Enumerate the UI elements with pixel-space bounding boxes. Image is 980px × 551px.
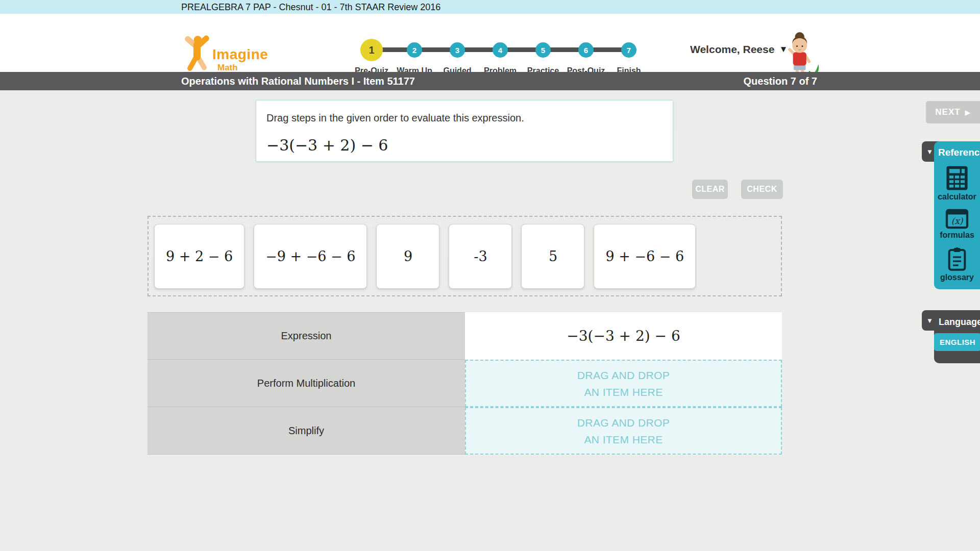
english-language-button[interactable]: ENGLISH xyxy=(934,333,980,351)
reference-item-label: glossary xyxy=(940,273,974,282)
formulas-icon: (x) xyxy=(945,209,969,229)
check-button[interactable]: CHECK xyxy=(741,180,783,199)
drag-tile[interactable]: 5 xyxy=(521,224,584,289)
reference-item-label: formulas xyxy=(940,231,974,240)
play-arrow-icon: ▶ xyxy=(965,109,971,116)
step-circle: 2 xyxy=(407,42,422,58)
drag-tile[interactable]: -3 xyxy=(449,224,512,289)
step-pre-quiz: 1 Pre-Quiz xyxy=(350,34,393,61)
row-label: Expression xyxy=(148,312,465,360)
drag-tile[interactable]: −9 + −6 − 6 xyxy=(254,224,367,289)
step-circle: 5 xyxy=(535,42,551,58)
problem-expression: −3(−3 + 2) − 6 xyxy=(266,136,663,154)
step-problem-solving: 4 Problem Solving xyxy=(479,34,522,61)
step-circle: 3 xyxy=(450,42,465,58)
dropzone-perform-multiplication[interactable]: DRAG AND DROP AN ITEM HERE xyxy=(465,360,782,407)
drag-tile[interactable]: 9 + 2 − 6 xyxy=(154,224,244,289)
next-button[interactable]: NEXT ▶ xyxy=(926,101,980,123)
lesson-title: Operations with Rational Numbers I - Ite… xyxy=(181,76,415,87)
table-row-multiplication: Perform Multiplication DRAG AND DROP AN … xyxy=(148,360,782,407)
calculator-icon xyxy=(946,165,968,191)
main-content: Drag steps in the given order to evaluat… xyxy=(0,90,980,551)
clear-button[interactable]: CLEAR xyxy=(692,180,728,199)
reference-item-formulas[interactable]: (x) formulas xyxy=(934,209,980,240)
chevron-down-icon: ▼ xyxy=(926,148,933,156)
reference-item-calculator[interactable]: calculator xyxy=(934,165,980,202)
step-post-quiz: 6 Post-Quiz xyxy=(565,34,607,61)
answer-table: Expression −3(−3 + 2) − 6 Perform Multip… xyxy=(148,312,782,455)
svg-text:(x): (x) xyxy=(951,216,963,226)
step-circle: 6 xyxy=(578,42,594,58)
row-label: Simplify xyxy=(148,407,465,455)
logo-math-text: Math xyxy=(217,63,268,72)
dropzone-text-line1: DRAG AND DROP xyxy=(577,414,670,431)
table-row-expression: Expression −3(−3 + 2) − 6 xyxy=(148,312,782,360)
step-circle: 4 xyxy=(493,42,508,58)
language-panel: Language i ENGLISH xyxy=(934,310,980,363)
drag-tile[interactable]: 9 xyxy=(376,224,439,289)
step-finish: 7 Finish xyxy=(607,34,650,61)
header: Imagine Math 1 Pre-Quiz 2 Warm Up 3 Guid… xyxy=(0,14,980,72)
progress-stepper: 1 Pre-Quiz 2 Warm Up 3 Guided Learning 4… xyxy=(350,34,650,72)
step-practice: 5 Practice xyxy=(522,34,565,61)
class-title: PREALGEBRA 7 PAP - Chesnut - 01 - 7th ST… xyxy=(181,2,440,12)
drag-tile[interactable]: 9 + −6 − 6 xyxy=(594,224,696,289)
imagine-math-logo: Imagine Math xyxy=(183,34,270,76)
step-guided-learning: 3 Guided Learning xyxy=(436,34,479,61)
reference-panel: Reference calculator (x) formulas xyxy=(934,141,980,289)
step-warm-up: 2 Warm Up xyxy=(393,34,436,61)
reference-item-label: calculator xyxy=(938,192,976,202)
logo-imagine-text: Imagine xyxy=(212,47,268,62)
instruction-text: Drag steps in the given order to evaluat… xyxy=(266,112,663,124)
table-row-simplify: Simplify DRAG AND DROP AN ITEM HERE xyxy=(148,407,782,455)
user-menu[interactable]: Welcome, Reese ▼ xyxy=(690,43,788,56)
step-circle: 1 xyxy=(360,39,383,61)
dropzone-simplify[interactable]: DRAG AND DROP AN ITEM HERE xyxy=(465,407,782,455)
chevron-down-icon: ▼ xyxy=(926,317,933,324)
welcome-text: Welcome, Reese xyxy=(690,43,774,56)
row-label: Perform Multiplication xyxy=(148,360,465,407)
reference-item-glossary[interactable]: glossary xyxy=(934,247,980,282)
class-bar: PREALGEBRA 7 PAP - Chesnut - 01 - 7th ST… xyxy=(0,0,980,14)
glossary-icon xyxy=(947,247,967,271)
next-label: NEXT xyxy=(935,107,960,117)
dropzone-text-line2: AN ITEM HERE xyxy=(584,384,663,400)
logo-person-icon xyxy=(183,35,211,73)
tile-tray: 9 + 2 − 6 −9 + −6 − 6 9 -3 5 9 + −6 − 6 xyxy=(148,216,782,296)
dropzone-text-line1: DRAG AND DROP xyxy=(577,367,670,384)
lesson-title-bar: Operations with Rational Numbers I - Ite… xyxy=(0,72,980,90)
expression-value: −3(−3 + 2) − 6 xyxy=(465,312,782,360)
question-counter: Question 7 of 7 xyxy=(744,76,817,87)
dropzone-text-line2: AN ITEM HERE xyxy=(584,431,663,448)
step-circle: 7 xyxy=(621,42,636,58)
language-title: Language xyxy=(939,317,980,328)
reference-title: Reference xyxy=(938,147,980,158)
instruction-box: Drag steps in the given order to evaluat… xyxy=(256,100,673,162)
